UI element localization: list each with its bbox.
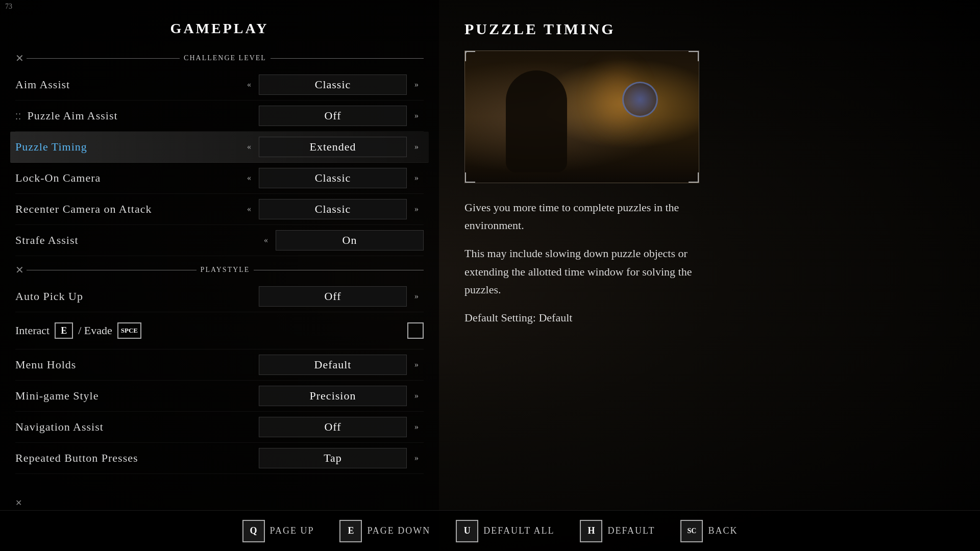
- image-corner-br: [689, 172, 699, 183]
- description-2: This may include slowing down puzzle obj…: [464, 244, 720, 298]
- detail-image: ✦: [464, 51, 699, 183]
- emblem-inner: [624, 83, 656, 116]
- puzzle-timing-right-arrow[interactable]: »: [409, 140, 424, 154]
- top-number: 73: [5, 3, 12, 11]
- slash-separator: / Evade: [78, 324, 112, 337]
- interact-label: Interact: [15, 324, 50, 337]
- default-all-action[interactable]: U DEFAULT ALL: [456, 520, 554, 542]
- playstyle-list: Auto Pick Up Off » Interact E / Evade SP…: [15, 281, 424, 474]
- page-down-label: PAGE DOWN: [367, 525, 430, 536]
- setting-mini-game-style[interactable]: Mini-game Style Precision »: [15, 381, 424, 412]
- image-corner-tr: [689, 51, 699, 61]
- back-key: SC: [680, 520, 703, 542]
- setting-puzzle-timing[interactable]: Puzzle Timing « Extended »: [10, 132, 429, 163]
- evade-key-badge: SPCE: [117, 322, 141, 339]
- recenter-camera-right-arrow[interactable]: »: [409, 202, 424, 216]
- left-panel: GAMEPLAY ✕ CHALLENGE LEVEL Aim Assist « …: [0, 0, 439, 551]
- puzzle-aim-assist-label: ⁚⁚ Puzzle Aim Assist: [15, 109, 259, 122]
- recenter-camera-control[interactable]: « Classic »: [242, 199, 424, 219]
- page-down-action[interactable]: E PAGE DOWN: [339, 520, 430, 542]
- back-label: BACK: [708, 525, 738, 536]
- frame-deco-bottom: ✕: [15, 498, 22, 508]
- setting-puzzle-aim-assist[interactable]: ⁚⁚ Puzzle Aim Assist Off »: [15, 101, 424, 132]
- page-up-action[interactable]: Q PAGE UP: [242, 520, 314, 542]
- cross-icon-2: ✕: [15, 264, 24, 276]
- lock-on-camera-label: Lock-On Camera: [15, 171, 242, 185]
- header-line-right: [271, 58, 424, 59]
- repeated-button-control[interactable]: Tap »: [259, 448, 424, 468]
- lock-on-camera-value: Classic: [259, 168, 407, 188]
- recenter-camera-left-arrow[interactable]: «: [242, 202, 256, 216]
- aim-assist-right-arrow[interactable]: »: [409, 78, 424, 92]
- default-action[interactable]: H DEFAULT: [580, 520, 655, 542]
- aim-assist-control[interactable]: « Classic »: [242, 74, 424, 95]
- aim-assist-left-arrow[interactable]: «: [242, 78, 256, 92]
- strafe-assist-label: Strafe Assist: [15, 234, 259, 247]
- description-1: Gives you more time to complete puzzles …: [464, 198, 720, 234]
- square-icon: [407, 322, 424, 339]
- playstyle-header: ✕ PLAYSTYLE: [15, 264, 424, 276]
- menu-holds-label: Menu Holds: [15, 358, 259, 371]
- emblem-circle: [622, 82, 658, 117]
- lock-on-camera-right-arrow[interactable]: »: [409, 171, 424, 185]
- mini-game-style-control[interactable]: Precision »: [259, 386, 424, 406]
- playstyle-header-line-left: [27, 270, 197, 270]
- page-up-label: PAGE UP: [270, 525, 314, 536]
- strafe-assist-control[interactable]: « On: [259, 230, 424, 251]
- setting-recenter-camera[interactable]: Recenter Camera on Attack « Classic »: [15, 194, 424, 225]
- aim-assist-value: Classic: [259, 74, 407, 95]
- puzzle-aim-assist-control[interactable]: Off »: [259, 106, 424, 126]
- interact-evade-row: Interact E / Evade SPCE: [15, 317, 141, 344]
- right-panel: PUZZLE TIMING ✦ Gives you more time to c…: [439, 0, 980, 551]
- challenge-level-header: ✕ CHALLENGE LEVEL: [15, 52, 424, 64]
- default-all-label: DEFAULT ALL: [483, 525, 554, 536]
- menu-holds-right-arrow[interactable]: »: [409, 358, 424, 372]
- navigation-assist-value: Off: [259, 417, 407, 437]
- sub-icon: ⁚⁚: [15, 112, 21, 121]
- mini-game-style-label: Mini-game Style: [15, 389, 259, 403]
- setting-interact-evade[interactable]: Interact E / Evade SPCE: [15, 312, 424, 349]
- back-action[interactable]: SC BACK: [680, 520, 738, 542]
- navigation-assist-label: Navigation Assist: [15, 420, 259, 434]
- recenter-camera-label: Recenter Camera on Attack: [15, 203, 242, 216]
- mini-game-style-right-arrow[interactable]: »: [409, 389, 424, 403]
- setting-repeated-button[interactable]: Repeated Button Presses Tap »: [15, 443, 424, 474]
- setting-auto-pick-up[interactable]: Auto Pick Up Off »: [15, 281, 424, 312]
- page-down-key: E: [339, 520, 362, 542]
- lock-on-camera-control[interactable]: « Classic »: [242, 168, 424, 188]
- puzzle-timing-control[interactable]: « Extended »: [242, 137, 424, 157]
- setting-strafe-assist[interactable]: Strafe Assist « On: [15, 225, 424, 256]
- default-label: DEFAULT: [607, 525, 655, 536]
- repeated-button-right-arrow[interactable]: »: [409, 451, 424, 465]
- auto-pick-up-right-arrow[interactable]: »: [409, 289, 424, 304]
- default-all-key: U: [456, 520, 478, 542]
- setting-aim-assist[interactable]: Aim Assist « Classic »: [15, 69, 424, 101]
- challenge-level-label: CHALLENGE LEVEL: [180, 54, 271, 62]
- menu-holds-value: Default: [259, 355, 407, 375]
- navigation-assist-control[interactable]: Off »: [259, 417, 424, 437]
- puzzle-timing-left-arrow[interactable]: «: [242, 140, 256, 154]
- auto-pick-up-value: Off: [259, 286, 407, 307]
- navigation-assist-right-arrow[interactable]: »: [409, 420, 424, 434]
- auto-pick-up-control[interactable]: Off »: [259, 286, 424, 307]
- gameplay-title: GAMEPLAY: [15, 20, 424, 37]
- page-up-key: Q: [242, 520, 265, 542]
- detail-description: Gives you more time to complete puzzles …: [464, 198, 720, 327]
- interact-key-badge: E: [55, 322, 73, 339]
- setting-menu-holds[interactable]: Menu Holds Default »: [15, 349, 424, 381]
- strafe-assist-left-arrow[interactable]: «: [259, 233, 273, 247]
- playstyle-label: PLAYSTYLE: [197, 266, 254, 274]
- setting-navigation-assist[interactable]: Navigation Assist Off »: [15, 412, 424, 443]
- aim-assist-label: Aim Assist: [15, 78, 242, 91]
- menu-holds-control[interactable]: Default »: [259, 355, 424, 375]
- detail-title: PUZZLE TIMING: [464, 20, 954, 38]
- lock-on-camera-left-arrow[interactable]: «: [242, 171, 256, 185]
- setting-lock-on-camera[interactable]: Lock-On Camera « Classic »: [15, 163, 424, 194]
- strafe-assist-value: On: [276, 230, 424, 251]
- auto-pick-up-label: Auto Pick Up: [15, 290, 259, 303]
- puzzle-aim-assist-value: Off: [259, 106, 407, 126]
- mini-game-style-value: Precision: [259, 386, 407, 406]
- recenter-camera-value: Classic: [259, 199, 407, 219]
- puzzle-aim-assist-right-arrow[interactable]: »: [409, 109, 424, 123]
- image-corner-bl: [465, 172, 475, 183]
